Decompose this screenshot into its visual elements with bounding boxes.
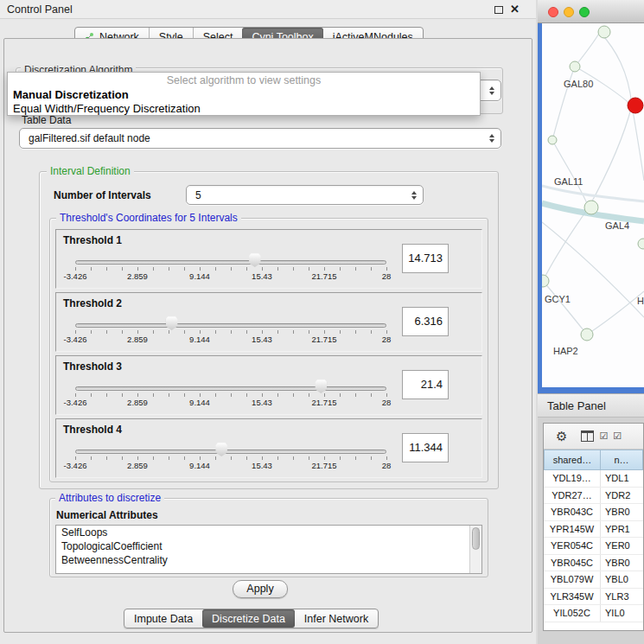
threshold-value-field[interactable]: 21.4 xyxy=(402,370,449,399)
table-data-combobox[interactable]: galFiltered.sif default node xyxy=(19,128,501,149)
network-node xyxy=(584,201,598,214)
popup-option[interactable]: Manual Discretization xyxy=(8,88,480,102)
slider-track[interactable] xyxy=(75,323,386,328)
table-row[interactable]: YIL052CYIL0 xyxy=(544,605,643,622)
node-label: GCY1 xyxy=(545,294,571,304)
table-row[interactable]: YBL079WYBL0 xyxy=(544,571,643,589)
table-row[interactable]: YBR045CYBR0 xyxy=(544,555,643,572)
table-row[interactable]: YER054CYER0 xyxy=(544,538,643,555)
scale-label: 28 xyxy=(382,398,392,407)
threshold-slider[interactable]: -3.4262.8599.14415.4321.71528 xyxy=(63,249,400,287)
scale-label: 15.43 xyxy=(252,461,272,470)
scale-label: 2.859 xyxy=(127,398,148,407)
table-row[interactable]: YDL19…YDL1 xyxy=(544,470,643,488)
threshold-panel: Threshold 1 14.713 -3.4262.8599.14415.43… xyxy=(55,229,482,289)
number-of-intervals-combobox[interactable]: 5 xyxy=(186,185,424,205)
table-row[interactable]: YPR145WYPR1 xyxy=(544,521,643,539)
table-cell-name: YBR0 xyxy=(601,504,643,520)
network-window-titlebar xyxy=(538,0,644,23)
table-toolbar: ⚙ ☑ ☑ xyxy=(544,424,643,450)
table-data-selected: galFiltered.sif default node xyxy=(29,129,150,148)
attribute-item[interactable]: TopologicalCoefficient xyxy=(56,539,481,553)
table-cell-name: YBL0 xyxy=(601,571,643,588)
close-button[interactable] xyxy=(548,7,558,17)
scale-label: 28 xyxy=(382,461,392,470)
attributes-group-title: Attributes to discretize xyxy=(55,492,164,504)
number-of-intervals-value: 5 xyxy=(195,186,201,204)
scale-label: -3.426 xyxy=(64,271,87,281)
network-node xyxy=(598,26,610,38)
slider-thumb[interactable] xyxy=(315,379,327,393)
threshold-slider[interactable]: -3.4262.8599.14415.4321.71528 xyxy=(63,312,400,350)
slider-scale: -3.4262.8599.14415.4321.71528 xyxy=(75,398,386,408)
gear-icon[interactable]: ⚙ xyxy=(556,429,567,444)
attribute-item[interactable]: SelfLoops xyxy=(56,526,481,539)
slider-thumb[interactable] xyxy=(166,316,178,330)
number-of-intervals-label: Number of Intervals xyxy=(54,189,151,201)
table-row[interactable]: YDR27…YDR2 xyxy=(544,488,643,505)
threshold-slider[interactable]: -3.4262.8599.14415.4321.71528 xyxy=(63,438,400,476)
threshold-panel: Threshold 2 6.316 -3.4262.8599.14415.432… xyxy=(55,292,482,352)
network-canvas[interactable]: GAL80 GAL11 GAL4 GCY1 HAP2 H xyxy=(542,23,644,387)
apply-button[interactable]: Apply xyxy=(233,580,288,598)
table-panel-title: Table Panel xyxy=(547,399,606,412)
close-icon[interactable]: ✕ xyxy=(510,3,520,16)
scale-label: 15.43 xyxy=(252,398,272,407)
tab-discretize-data[interactable]: Discretize Data xyxy=(202,609,295,628)
columns-icon[interactable] xyxy=(581,430,594,442)
tab-label: Discretize Data xyxy=(212,613,285,625)
numerical-attributes-list[interactable]: SelfLoopsTopologicalCoefficientBetweenne… xyxy=(55,525,482,574)
checkbox-icon[interactable]: ☑ xyxy=(613,430,622,442)
minimize-button[interactable] xyxy=(564,7,574,17)
table-cell-name: YPR1 xyxy=(601,521,643,538)
table-cell-name: YBR0 xyxy=(601,555,643,571)
zoom-button[interactable] xyxy=(579,7,590,17)
threshold-value-field[interactable]: 14.713 xyxy=(402,244,449,273)
table-row[interactable]: YBR043CYBR0 xyxy=(544,504,643,521)
threshold-label: Threshold 2 xyxy=(63,297,122,309)
threshold-value-field[interactable]: 6.316 xyxy=(402,307,449,336)
control-panel-titlebar: Control Panel ✕ xyxy=(0,0,536,19)
slider-thumb[interactable] xyxy=(249,253,261,267)
threshold-value-field[interactable]: 11.344 xyxy=(402,433,449,462)
slider-scale: -3.4262.8599.14415.4321.71528 xyxy=(75,271,386,282)
threshold-label: Threshold 3 xyxy=(63,360,122,373)
node-label: GAL80 xyxy=(564,79,593,89)
threshold-slider[interactable]: -3.4262.8599.14415.4321.71528 xyxy=(63,375,400,413)
scale-label: 21.715 xyxy=(311,398,336,407)
slider-track[interactable] xyxy=(75,386,386,391)
combo-stepper-icon xyxy=(411,191,417,200)
combo-stepper-icon xyxy=(489,134,494,143)
node-label: GAL4 xyxy=(605,220,629,231)
thresholds-group-title: Threshold's Coordinates for 5 Intervals xyxy=(56,212,241,224)
scrollbar[interactable] xyxy=(469,526,481,573)
tab-impute-data[interactable]: Impute Data xyxy=(124,609,202,628)
slider-track[interactable] xyxy=(75,260,386,265)
table-data-label: Table Data xyxy=(22,114,71,126)
table-cell-shared-name: YBL079W xyxy=(544,571,601,588)
attribute-item[interactable]: BetweennessCentrality xyxy=(56,553,481,567)
panel-title: Control Panel xyxy=(7,3,73,16)
scale-label: 9.144 xyxy=(189,461,210,470)
tab-infer-network[interactable]: Infer Network xyxy=(295,609,378,628)
float-window-icon[interactable] xyxy=(494,6,503,14)
table-cell-name: YER0 xyxy=(601,538,643,554)
node-label: GAL11 xyxy=(554,176,583,187)
column-header-name[interactable]: n… xyxy=(601,450,643,470)
table-row[interactable]: YLR345WYLR3 xyxy=(544,589,643,606)
combo-stepper-icon xyxy=(489,86,494,95)
scale-label: 9.144 xyxy=(189,271,210,281)
slider-thumb[interactable] xyxy=(215,443,227,456)
network-focus-frame: GAL80 GAL11 GAL4 GCY1 HAP2 H xyxy=(538,23,644,393)
column-header-shared-name[interactable]: shared… xyxy=(544,450,601,470)
slider-track[interactable] xyxy=(75,450,386,454)
table-cell-shared-name: YPR145W xyxy=(544,521,601,538)
network-node xyxy=(570,61,580,72)
scale-label: -3.426 xyxy=(64,461,87,470)
popup-option[interactable]: Equal Width/Frequency Discretization xyxy=(8,102,480,116)
scrollbar-thumb[interactable] xyxy=(472,527,480,550)
table-cell-name: YDR2 xyxy=(601,488,643,504)
scale-label: 2.859 xyxy=(127,335,148,344)
checkbox-icon[interactable]: ☑ xyxy=(599,430,608,442)
network-node xyxy=(548,136,557,144)
